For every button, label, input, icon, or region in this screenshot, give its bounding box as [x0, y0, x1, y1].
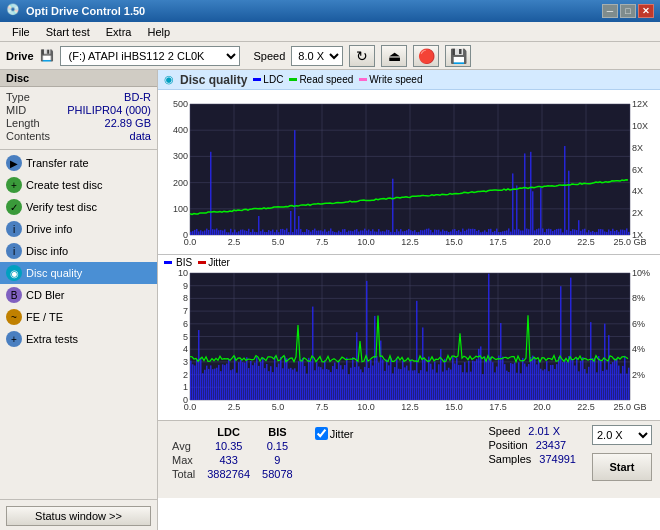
verify-test-disc-label: Verify test disc — [26, 201, 97, 213]
stats-spacer — [370, 425, 473, 494]
sidebar-item-disc-info[interactable]: i Disc info — [0, 240, 157, 262]
drive-info-label: Drive info — [26, 223, 72, 235]
create-test-disc-label: Create test disc — [26, 179, 102, 191]
drive-label: Drive — [6, 50, 34, 62]
bis-legend: BIS — [164, 257, 192, 268]
menu-start-test[interactable]: Start test — [38, 24, 98, 40]
chart-header: ◉ Disc quality LDC Read speed Write spee… — [158, 70, 660, 90]
disc-type-value: BD-R — [124, 91, 151, 103]
chart-area: ◉ Disc quality LDC Read speed Write spee… — [158, 70, 660, 530]
drive-info-icon: i — [6, 221, 22, 237]
total-ldc: 3882764 — [201, 467, 256, 481]
bottom-chart: BIS Jitter — [158, 255, 660, 420]
sidebar-item-transfer-rate[interactable]: ▶ Transfer rate — [0, 152, 157, 174]
sidebar-item-create-test-disc[interactable]: + Create test disc — [0, 174, 157, 196]
stats-table: LDC BIS Avg 10.35 0.15 Max 433 9 Total — [166, 425, 299, 494]
disc-mid-row: MID PHILIPR04 (000) — [6, 104, 151, 116]
speed-stat-value: 2.01 X — [528, 425, 560, 437]
drive-icon: 💾 — [40, 49, 54, 62]
bis-dot — [164, 261, 172, 264]
fe-te-icon: ~ — [6, 309, 22, 325]
position-value: 23437 — [536, 439, 567, 451]
create-test-disc-icon: + — [6, 177, 22, 193]
sidebar-divider-1 — [0, 149, 157, 150]
disc-mid-label: MID — [6, 104, 26, 116]
speed-select[interactable]: 8.0 X — [291, 46, 343, 66]
ldc-dot — [253, 78, 261, 81]
speed-select-2[interactable]: 2.0 X — [592, 425, 652, 445]
speed-stat-label: Speed — [488, 425, 520, 437]
menu-extra[interactable]: Extra — [98, 24, 140, 40]
sidebar-item-drive-info[interactable]: i Drive info — [0, 218, 157, 240]
extra-tests-icon: + — [6, 331, 22, 347]
disc-contents-row: Contents data — [6, 130, 151, 142]
samples-row: Samples 374991 — [488, 453, 576, 465]
drive-bar: Drive 💾 (F:) ATAPI iHBS112 2 CL0K Speed … — [0, 42, 660, 70]
extra-tests-label: Extra tests — [26, 333, 78, 345]
total-bis: 58078 — [256, 467, 299, 481]
jitter-check-label: Jitter — [330, 428, 354, 440]
burn-button[interactable]: 🔴 — [413, 45, 439, 67]
refresh-button[interactable]: ↻ — [349, 45, 375, 67]
legend-ldc: LDC — [253, 74, 283, 85]
disc-quality-icon: ◉ — [6, 265, 22, 281]
jitter-checkbox[interactable] — [315, 427, 328, 440]
eject-button[interactable]: ⏏ — [381, 45, 407, 67]
disc-length-value: 22.89 GB — [105, 117, 151, 129]
disc-mid-value: PHILIPR04 (000) — [67, 104, 151, 116]
menu-help[interactable]: Help — [139, 24, 178, 40]
bottom-chart-canvas — [158, 255, 660, 420]
speed-row: Speed 2.01 X — [488, 425, 576, 437]
sidebar-item-fe-te[interactable]: ~ FE / TE — [0, 306, 157, 328]
sidebar-item-cd-bler[interactable]: B CD Bler — [0, 284, 157, 306]
disc-info-label: Disc info — [26, 245, 68, 257]
avg-label: Avg — [166, 439, 201, 453]
avg-bis: 0.15 — [256, 439, 299, 453]
max-label: Max — [166, 453, 201, 467]
start-button[interactable]: Start — [592, 453, 652, 481]
app-title: Opti Drive Control 1.50 — [26, 5, 602, 17]
transfer-rate-label: Transfer rate — [26, 157, 89, 169]
cd-bler-label: CD Bler — [26, 289, 65, 301]
save-button[interactable]: 💾 — [445, 45, 471, 67]
fe-te-label: FE / TE — [26, 311, 63, 323]
jitter-checkbox-container: Jitter — [315, 427, 354, 440]
samples-label: Samples — [488, 453, 531, 465]
read-dot — [289, 78, 297, 81]
legend-read: Read speed — [289, 74, 353, 85]
samples-value: 374991 — [539, 453, 576, 465]
cd-bler-icon: B — [6, 287, 22, 303]
minimize-button[interactable]: ─ — [602, 4, 618, 18]
sidebar-item-disc-quality[interactable]: ◉ Disc quality — [0, 262, 157, 284]
disc-length-row: Length 22.89 GB — [6, 117, 151, 129]
transfer-rate-icon: ▶ — [6, 155, 22, 171]
close-button[interactable]: ✕ — [638, 4, 654, 18]
window-controls: ─ □ ✕ — [602, 4, 654, 18]
read-label: Read speed — [299, 74, 353, 85]
max-bis: 9 — [256, 453, 299, 467]
speed-position-section: Speed 2.01 X Position 23437 Samples 3749… — [488, 425, 576, 494]
sidebar-item-extra-tests[interactable]: + Extra tests — [0, 328, 157, 350]
disc-info-icon: i — [6, 243, 22, 259]
write-label: Write speed — [369, 74, 422, 85]
max-ldc: 433 — [201, 453, 256, 467]
jitter-section: Jitter — [315, 425, 354, 494]
avg-ldc: 10.35 — [201, 439, 256, 453]
disc-length-label: Length — [6, 117, 40, 129]
total-label: Total — [166, 467, 201, 481]
disc-type-row: Type BD-R — [6, 91, 151, 103]
sidebar-divider-2 — [0, 499, 157, 500]
main-content: Disc Type BD-R MID PHILIPR04 (000) Lengt… — [0, 70, 660, 530]
bis-legend-container: BIS Jitter — [164, 257, 230, 268]
position-row: Position 23437 — [488, 439, 576, 451]
drive-select[interactable]: (F:) ATAPI iHBS112 2 CL0K — [60, 46, 240, 66]
write-dot — [359, 78, 367, 81]
disc-contents-label: Contents — [6, 130, 50, 142]
maximize-button[interactable]: □ — [620, 4, 636, 18]
ldc-header: LDC — [201, 425, 256, 439]
status-window-button[interactable]: Status window >> — [6, 506, 151, 526]
disc-type-label: Type — [6, 91, 30, 103]
sidebar-item-verify-test-disc[interactable]: ✓ Verify test disc — [0, 196, 157, 218]
menu-file[interactable]: File — [4, 24, 38, 40]
disc-info-table: Type BD-R MID PHILIPR04 (000) Length 22.… — [0, 87, 157, 147]
